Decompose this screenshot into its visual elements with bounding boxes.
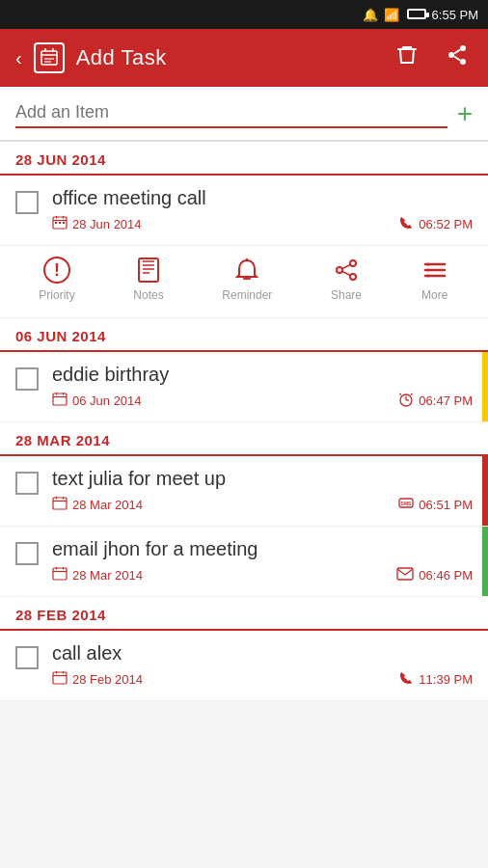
task-time-2: 06:47 PM xyxy=(419,393,473,408)
svg-text:SMS: SMS xyxy=(401,501,413,506)
svg-rect-53 xyxy=(53,568,67,580)
reminder-label: Reminder xyxy=(222,288,272,302)
task-content-4: email jhon for a meeting 28 Mar 2014 xyxy=(52,538,473,584)
cal-icon-5 xyxy=(52,670,68,689)
svg-line-30 xyxy=(342,265,350,269)
share-button[interactable] xyxy=(442,40,473,76)
task-content-5: call alex 28 Feb 2014 xyxy=(52,642,473,689)
task-checkbox-3[interactable] xyxy=(15,472,39,495)
task-title-5[interactable]: call alex xyxy=(52,642,473,665)
svg-text:!: ! xyxy=(54,260,60,280)
task-actions-row-1: ! Priority Notes xyxy=(0,256,488,302)
task-checkbox-2[interactable] xyxy=(15,367,39,391)
phone-icon-1 xyxy=(398,215,414,233)
add-item-container: + xyxy=(0,87,488,142)
back-button[interactable]: ‹ xyxy=(15,47,22,69)
status-time: 6:55 PM xyxy=(432,8,478,22)
page-title: Add Task xyxy=(76,45,167,70)
svg-rect-0 xyxy=(41,51,57,65)
phone-icon-5 xyxy=(398,670,414,689)
date-header-jun28: 28 JUN 2014 xyxy=(0,142,488,174)
more-button[interactable]: More xyxy=(420,256,449,302)
svg-point-6 xyxy=(460,45,466,51)
svg-line-10 xyxy=(454,57,460,61)
task-checkbox-5[interactable] xyxy=(15,646,39,669)
task-item-4: email jhon for a meeting 28 Mar 2014 xyxy=(0,527,488,597)
reminder-button[interactable]: Reminder xyxy=(222,256,272,302)
task-checkbox-1[interactable] xyxy=(15,191,39,214)
task-date-3: 28 Mar 2014 xyxy=(72,498,143,512)
task-item-1: office meeting call xyxy=(0,176,488,246)
svg-point-37 xyxy=(426,275,429,278)
side-bar-2 xyxy=(482,352,488,421)
task-title-3[interactable]: text julia for meet up xyxy=(52,468,473,490)
task-title-2[interactable]: eddie birthray xyxy=(52,364,473,386)
task-time-4: 06:46 PM xyxy=(419,568,473,583)
side-bar-3 xyxy=(482,456,488,526)
date-group-mar28: 28 MAR 2014 text julia for meet up xyxy=(0,422,488,597)
alarm-icon-2 xyxy=(398,392,414,410)
task-list: 28 JUN 2014 office meeting call xyxy=(0,142,488,701)
svg-line-45 xyxy=(400,393,402,395)
task-content-2: eddie birthray 06 Jun 2014 xyxy=(52,364,473,410)
svg-rect-47 xyxy=(53,498,67,509)
cal-icon-4 xyxy=(52,566,68,584)
svg-rect-16 xyxy=(59,222,61,224)
add-item-input[interactable] xyxy=(15,98,447,128)
sms-icon-3: SMS xyxy=(398,496,414,514)
delete-button[interactable] xyxy=(392,40,422,76)
svg-point-28 xyxy=(350,260,356,266)
svg-line-31 xyxy=(342,272,350,276)
task-date-1: 28 Jun 2014 xyxy=(72,217,142,231)
svg-line-9 xyxy=(454,50,460,54)
svg-rect-38 xyxy=(53,393,67,405)
signal-icon: 📶 xyxy=(384,8,399,22)
svg-point-36 xyxy=(426,269,429,272)
notification-icon: 🔔 xyxy=(363,8,378,22)
svg-point-7 xyxy=(448,52,454,58)
date-group-jun28: 28 JUN 2014 office meeting call xyxy=(0,142,488,318)
svg-rect-17 xyxy=(63,222,65,224)
svg-point-29 xyxy=(350,274,356,280)
task-content-1: office meeting call xyxy=(52,187,473,233)
task-item-2: eddie birthray 06 Jun 2014 xyxy=(0,352,488,422)
cal-icon-2 xyxy=(52,392,68,410)
app-icon xyxy=(34,42,65,73)
task-content-3: text julia for meet up 28 Mar 2014 xyxy=(52,468,473,514)
task-checkbox-4[interactable] xyxy=(15,542,39,565)
share-label: Share xyxy=(331,288,362,302)
svg-line-46 xyxy=(411,393,413,395)
task-title-4[interactable]: email jhon for a meeting xyxy=(52,538,473,560)
side-bar-4 xyxy=(482,527,488,596)
svg-point-35 xyxy=(426,263,429,266)
date-header-feb28: 28 FEB 2014 xyxy=(0,597,488,629)
date-header-jun06: 06 JUN 2014 xyxy=(0,318,488,350)
date-header-mar28: 28 MAR 2014 xyxy=(0,422,488,454)
battery-icon xyxy=(405,8,426,22)
task-time-3: 06:51 PM xyxy=(419,498,473,512)
cal-icon-3 xyxy=(52,496,68,514)
task-date-5: 28 Feb 2014 xyxy=(72,672,143,687)
more-label: More xyxy=(421,288,447,302)
add-plus-button[interactable]: + xyxy=(457,100,473,127)
svg-point-27 xyxy=(337,267,342,273)
priority-label: Priority xyxy=(39,288,74,302)
task-item-5: call alex 28 Feb 2014 xyxy=(0,631,488,701)
svg-rect-15 xyxy=(55,222,57,224)
share-action-button[interactable]: Share xyxy=(331,256,362,302)
status-bar: 🔔 📶 6:55 PM xyxy=(0,0,488,29)
priority-button[interactable]: ! Priority xyxy=(39,256,74,302)
date-group-feb28: 28 FEB 2014 call alex xyxy=(0,597,488,701)
notes-button[interactable]: Notes xyxy=(133,256,163,302)
svg-rect-58 xyxy=(53,672,67,684)
task-time-5: 11:39 PM xyxy=(419,672,473,687)
task-item-3: text julia for meet up 28 Mar 2014 xyxy=(0,456,488,527)
task-date-4: 28 Mar 2014 xyxy=(72,568,143,583)
task-title-1[interactable]: office meeting call xyxy=(52,187,473,209)
email-icon-4 xyxy=(396,567,414,583)
task-date-2: 06 Jun 2014 xyxy=(72,393,142,408)
task-actions-1: ! Priority Notes xyxy=(0,246,488,318)
task-time-1: 06:52 PM xyxy=(419,217,473,231)
svg-rect-57 xyxy=(397,568,413,580)
notes-label: Notes xyxy=(133,288,163,302)
